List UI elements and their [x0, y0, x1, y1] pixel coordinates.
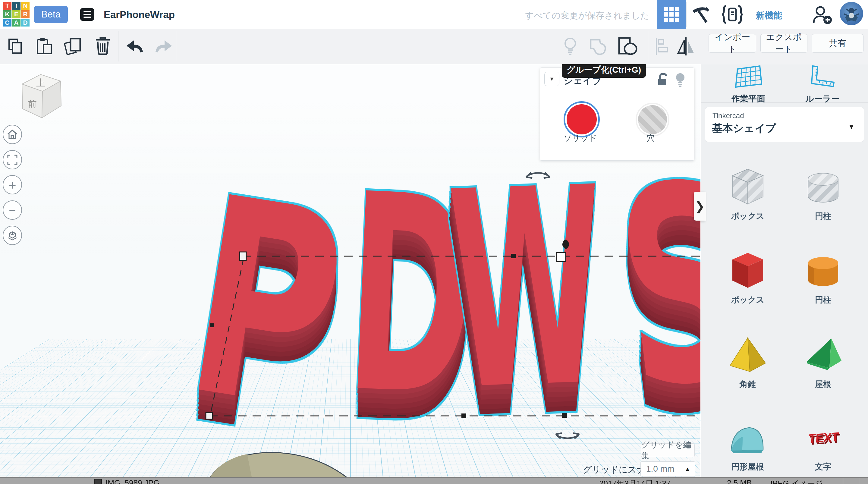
file-size: 2.5 MB: [727, 478, 752, 484]
lock-button[interactable]: [656, 73, 669, 88]
logo-tile: R: [21, 10, 30, 18]
copy-button[interactable]: [7, 38, 24, 56]
redo-button[interactable]: [154, 38, 173, 56]
grid-icon: [664, 7, 679, 22]
yellow-pyramid-thumb: [725, 332, 770, 377]
solid-swatch[interactable]: [564, 101, 600, 138]
group-tooltip: グループ化(Ctrl+G): [562, 62, 646, 78]
caret-down-icon: ▼: [848, 123, 855, 131]
workplane-icon: [735, 65, 762, 89]
shape-tile-pyramid[interactable]: 角錐: [718, 332, 778, 390]
bulb-icon: [675, 72, 686, 87]
text-shape-letter-p[interactable]: [166, 138, 366, 484]
invite-button[interactable]: [811, 5, 833, 26]
shape-tile-roof[interactable]: 屋根: [793, 332, 853, 390]
hide-button[interactable]: [675, 72, 686, 88]
app-header: T I N K E R C A D Beta EarPhoneWrap すべての…: [0, 0, 868, 29]
duplicate-icon: [64, 37, 83, 56]
snap-grid-select[interactable]: 1.0 mm ▲: [641, 461, 695, 477]
perspective-toggle-button[interactable]: [3, 226, 22, 245]
logo-tile: K: [3, 10, 11, 18]
export-button[interactable]: エクスポート: [761, 34, 807, 53]
scale-handle-center[interactable]: [557, 252, 566, 262]
logo-tile: N: [21, 2, 30, 10]
shape-tile-text[interactable]: TEXT TEXT 文字: [793, 414, 853, 472]
undo-icon: [125, 38, 145, 55]
tinker-tools-button[interactable]: [691, 5, 710, 25]
code-blocks-icon: [722, 5, 743, 24]
view-cube[interactable]: 上 前: [17, 70, 65, 121]
design-title[interactable]: EarPhoneWrap: [104, 9, 175, 21]
share-button[interactable]: 共有: [812, 34, 864, 53]
edit-toolbar: インポート エクスポート 共有: [0, 29, 868, 64]
view-cube-top-label[interactable]: 上: [36, 78, 45, 88]
text-shape-letter-s[interactable]: [599, 122, 701, 480]
dashboard-grid-button[interactable]: [657, 0, 686, 29]
align-icon: [654, 37, 669, 56]
shape-label: 円柱: [793, 211, 853, 221]
file-kind: JPEG イメージ: [769, 478, 823, 484]
sidebar-collapse-tab[interactable]: ❯: [694, 192, 706, 221]
whats-new-link[interactable]: 新機能: [756, 10, 782, 22]
striped-cylinder-thumb: [801, 164, 846, 209]
handle-dot-bottom2[interactable]: [562, 413, 567, 418]
zoom-out-button[interactable]: −: [3, 201, 22, 220]
mirror-button[interactable]: [676, 37, 695, 57]
library-brand: Tinkercad: [712, 112, 744, 120]
shape-inspector-panel: ▼ シェイプ ソリッド 穴: [540, 67, 694, 161]
handle-dot-bottom1[interactable]: [461, 414, 466, 418]
ungroup-button[interactable]: [618, 37, 638, 57]
workplane-label: 作業平面: [718, 93, 778, 104]
shapes-sidebar: 作業平面 ルーラー Tinkercad 基本シェイプ ▼ ボックス 円柱: [701, 64, 868, 484]
copy-icon: [7, 38, 24, 55]
logo-tile: A: [12, 19, 21, 27]
scale-handle-bottomleft[interactable]: [206, 413, 213, 419]
shape-library-select[interactable]: Tinkercad 基本シェイプ ▼: [705, 107, 864, 142]
shape-label: 円形屋根: [718, 461, 778, 472]
svg-text:TEXT: TEXT: [808, 429, 840, 446]
align-button[interactable]: [654, 37, 669, 57]
edit-grid-button[interactable]: グリッドを編集: [641, 443, 695, 457]
hole-swatch[interactable]: [636, 103, 670, 137]
text-shape-letter-w[interactable]: [442, 129, 610, 479]
pickaxe-icon: [691, 5, 710, 24]
import-button[interactable]: インポート: [709, 34, 756, 53]
shape-tile-round-roof[interactable]: 円形屋根: [718, 414, 778, 472]
undo-button[interactable]: [125, 38, 145, 56]
shape-tile-striped-cylinder[interactable]: 円柱: [793, 164, 853, 221]
hole-label: 穴: [627, 132, 675, 144]
home-view-button[interactable]: [3, 125, 22, 144]
view-cube-front-label[interactable]: 前: [28, 99, 37, 109]
handle-dot-top[interactable]: [511, 254, 516, 258]
file-info-bar: IMG_5989.JPG 2017年3月14日 1:37 2.5 MB JPEG…: [0, 477, 868, 484]
ruler-tool[interactable]: ルーラー: [792, 65, 852, 104]
avatar-robot-graphic: [840, 2, 863, 25]
paste-button[interactable]: [36, 37, 53, 57]
shape-tile-red-box[interactable]: ボックス: [718, 247, 778, 305]
scale-handle-midleft[interactable]: [240, 252, 246, 261]
solid-label: ソリッド: [556, 132, 604, 144]
caret-down-icon: ▼: [549, 76, 555, 82]
zoom-in-button[interactable]: ＋: [3, 175, 22, 194]
group-button[interactable]: [588, 37, 608, 57]
beta-button[interactable]: Beta: [34, 6, 68, 23]
shape-tile-orange-cylinder[interactable]: 円柱: [793, 247, 853, 305]
redo-icon: [154, 38, 173, 55]
show-all-button[interactable]: [563, 37, 578, 57]
lightbulb-icon: [563, 37, 578, 56]
logo-tile: E: [12, 10, 21, 18]
fit-view-button[interactable]: [3, 150, 22, 170]
red-box-thumb: [725, 247, 770, 293]
orange-cylinder-thumb: [801, 247, 846, 293]
shape-label: 屋根: [793, 379, 853, 390]
design-menu-icon[interactable]: [80, 8, 94, 21]
delete-button[interactable]: [95, 36, 111, 57]
tinkercad-logo[interactable]: T I N K E R C A D: [3, 2, 31, 28]
inspector-collapse-button[interactable]: ▼: [544, 72, 559, 86]
shape-tile-striped-box[interactable]: ボックス: [718, 164, 778, 221]
codeblocks-button[interactable]: [722, 5, 743, 25]
handle-dot-diagonal[interactable]: [210, 323, 214, 327]
workplane-tool[interactable]: 作業平面: [718, 65, 778, 104]
user-avatar[interactable]: [840, 2, 863, 25]
duplicate-button[interactable]: [64, 37, 83, 57]
